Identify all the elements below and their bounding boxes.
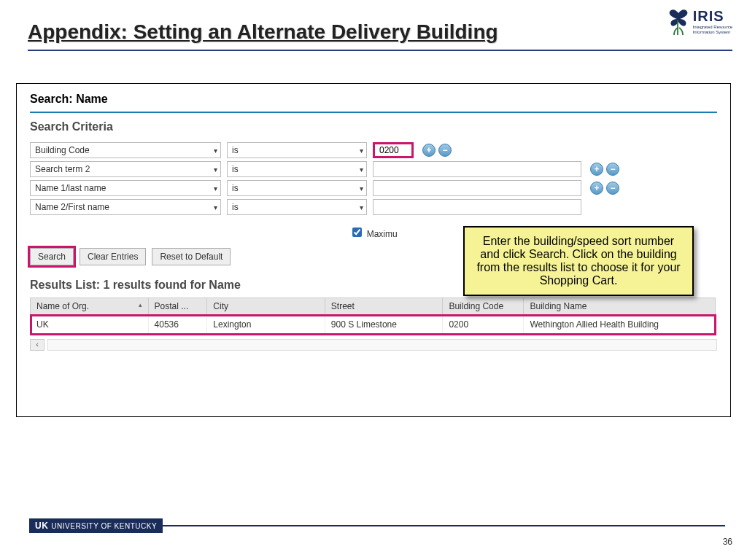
column-header[interactable]: Street	[325, 298, 443, 315]
add-criteria-icon[interactable]: +	[590, 182, 603, 195]
results-cell: 0200	[443, 315, 524, 335]
page-number: 36	[723, 537, 732, 547]
max-results-checkbox[interactable]	[352, 228, 362, 237]
footer: UK UNIVERSITY OF KENTUCKY	[29, 518, 725, 534]
results-cell: Wethington Allied Health Building	[524, 315, 716, 335]
criteria-operator-select[interactable]: is	[227, 180, 367, 196]
results-header-row: Name of Org.▴Postal ...CityStreetBuildin…	[31, 298, 716, 315]
sort-ascending-icon: ▴	[139, 301, 142, 308]
remove-criteria-icon[interactable]: −	[606, 182, 619, 195]
iris-logo-sub1: Integrated Resource	[693, 25, 732, 30]
results-table: Name of Org.▴Postal ...CityStreetBuildin…	[30, 298, 716, 335]
instruction-callout: Enter the building/speed sort number and…	[463, 226, 694, 296]
criteria-operator-select[interactable]: is	[227, 142, 367, 158]
remove-criteria-icon[interactable]: −	[606, 163, 619, 176]
clear-entries-button[interactable]: Clear Entries	[80, 248, 146, 265]
iris-logo: IRIS Integrated Resource Information Sys…	[667, 6, 732, 36]
column-header[interactable]: Postal ...	[148, 298, 207, 315]
criteria-row: Search term 2is+−	[30, 161, 717, 177]
criteria-value-input[interactable]	[373, 161, 581, 177]
criteria-field-select[interactable]: Name 2/First name	[30, 199, 221, 215]
criteria-value-input[interactable]	[373, 180, 581, 196]
column-header[interactable]: City	[207, 298, 325, 315]
search-button[interactable]: Search	[30, 248, 74, 265]
criteria-add-remove: +−	[590, 182, 619, 195]
iris-flower-icon	[667, 6, 690, 36]
criteria-row: Name 1/last nameis+−	[30, 180, 717, 196]
add-criteria-icon[interactable]: +	[422, 144, 436, 157]
reset-default-button[interactable]: Reset to Default	[152, 248, 231, 265]
add-criteria-icon[interactable]: +	[590, 163, 603, 176]
results-cell: Lexington	[207, 315, 325, 335]
results-cell: 40536	[148, 315, 207, 335]
criteria-field-select[interactable]: Building Code	[30, 142, 221, 158]
slide-title: Appendix: Setting an Alternate Delivery …	[28, 20, 498, 44]
panel-header: Search: Name	[30, 93, 717, 113]
column-header[interactable]: Building Name	[524, 298, 716, 315]
max-results-label: Maximu	[367, 229, 398, 239]
iris-logo-text: IRIS	[693, 8, 732, 25]
uk-bold: UK	[35, 521, 48, 531]
criteria-row: Building Codeis+−	[30, 142, 717, 158]
results-row[interactable]: UK40536Lexington900 S Limestone0200Wethi…	[31, 315, 716, 335]
pager-scrollbar[interactable]	[47, 339, 717, 351]
uk-badge: UK UNIVERSITY OF KENTUCKY	[29, 518, 163, 533]
title-underline	[28, 50, 732, 51]
criteria-row: Name 2/First nameis	[30, 199, 717, 215]
footer-rule	[163, 525, 725, 526]
criteria-field-select[interactable]: Search term 2	[30, 161, 221, 177]
results-cell: UK	[31, 315, 149, 335]
pager-prev-icon[interactable]: ‹	[30, 339, 44, 351]
column-header[interactable]: Name of Org.▴	[31, 298, 149, 315]
results-cell: 900 S Limestone	[325, 315, 443, 335]
criteria-operator-select[interactable]: is	[227, 199, 367, 215]
criteria-value-input[interactable]	[373, 142, 414, 158]
iris-logo-sub2: Information System	[693, 30, 732, 35]
criteria-heading: Search Criteria	[30, 120, 717, 133]
criteria-add-remove: +−	[422, 144, 452, 157]
criteria-field-select[interactable]: Name 1/last name	[30, 180, 221, 196]
results-pager: ‹	[30, 339, 717, 351]
column-header[interactable]: Building Code	[443, 298, 524, 315]
uk-text: UNIVERSITY OF KENTUCKY	[51, 522, 157, 530]
criteria-operator-select[interactable]: is	[227, 161, 367, 177]
remove-criteria-icon[interactable]: −	[438, 144, 452, 157]
criteria-add-remove: +−	[590, 163, 619, 176]
